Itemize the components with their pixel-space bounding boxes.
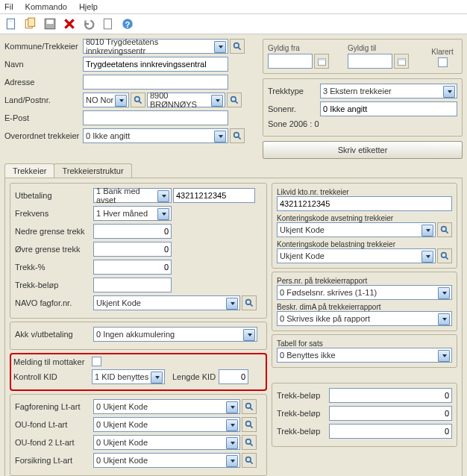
svg-point-31: [441, 226, 446, 231]
new-icon[interactable]: [4, 17, 18, 31]
fag-select[interactable]: 0 Ukjent Kode: [93, 399, 240, 414]
tab-struktur[interactable]: Trekkeierstruktur: [54, 163, 131, 178]
svg-text:?: ?: [125, 20, 131, 29]
utb-select[interactable]: 1 Bank med avset: [93, 188, 172, 203]
utb-num[interactable]: [173, 188, 255, 203]
akk-label: Akk v/utbetaling: [15, 330, 93, 339]
ou-search[interactable]: [242, 417, 257, 432]
belop-input[interactable]: [93, 278, 172, 292]
ou2-search[interactable]: [242, 435, 257, 450]
ou-label: OU-fond Lt-art: [15, 420, 93, 429]
kommune-search[interactable]: [230, 39, 245, 54]
help-icon[interactable]: ?: [121, 17, 134, 31]
lengde-input[interactable]: [219, 369, 248, 384]
adresse-label: Adresse: [4, 78, 83, 87]
klarert-checkbox[interactable]: [438, 57, 448, 67]
trekktype-select[interactable]: 3 Ekstern trekkeier: [320, 84, 457, 98]
ovre-input[interactable]: [93, 242, 172, 257]
undo-icon[interactable]: [82, 17, 95, 31]
postnr-select[interactable]: 8900 BRØNNØYS: [147, 93, 225, 107]
payment-fieldset: Utbetaling1 Bank med avset Frekvens1 Hve…: [10, 183, 267, 319]
nedre-input[interactable]: [93, 224, 172, 239]
svg-line-12: [139, 101, 141, 103]
ovre-label: Øvre grense trekk: [15, 245, 93, 254]
sats-fieldset: Tabell for sats 0 Benyttes ikke: [272, 334, 457, 368]
copy-icon[interactable]: [24, 17, 37, 31]
trekktype-panel: Trekktype 3 Ekstern trekkeier Sonenr. So…: [263, 78, 463, 137]
kontroll-select[interactable]: 1 KID benyttes: [92, 369, 165, 384]
epost-input[interactable]: [83, 110, 228, 125]
beskr-select[interactable]: 0 Skrives ikke på rapport: [277, 311, 452, 326]
svg-line-30: [250, 461, 252, 463]
likvid-input[interactable]: [277, 196, 452, 211]
kbel-select[interactable]: Ukjent Kode: [277, 248, 436, 263]
trekk1-input[interactable]: [329, 388, 452, 403]
svg-line-34: [445, 257, 448, 259]
ou2-label: OU-fond 2 Lt-art: [15, 438, 93, 447]
kbel-search[interactable]: [437, 248, 452, 263]
svg-point-13: [231, 96, 236, 101]
fors-label: Forsikring Lt-art: [15, 456, 93, 465]
kavs-search[interactable]: [437, 222, 452, 237]
tab-body: Utbetaling1 Bank med avset Frekvens1 Hve…: [4, 178, 463, 476]
overordnet-select[interactable]: 0 Ikke angitt: [83, 128, 228, 143]
lengde-label: Lengde KID: [172, 372, 216, 381]
svg-rect-6: [104, 19, 111, 29]
likvid-fieldset: Likvid kto.nr. trekkeier Konteringskode …: [272, 183, 457, 269]
pct-input[interactable]: [93, 260, 172, 275]
klarert-label: Klarert: [427, 48, 457, 56]
adresse-input[interactable]: [83, 75, 228, 90]
land-search[interactable]: [131, 93, 145, 107]
date-panel: Gyldig fra Gyldig til Klarert: [263, 39, 463, 74]
ou2-select[interactable]: 0 Ukjent Kode: [93, 435, 240, 450]
svg-line-24: [250, 407, 252, 410]
frek-select[interactable]: 1 Hver måned: [93, 206, 172, 221]
svg-line-32: [445, 231, 448, 233]
sone2006-text: Sone 2006 : 0: [268, 119, 319, 128]
melding-checkbox[interactable]: [92, 357, 101, 366]
menu-hjelp[interactable]: Hjelp: [79, 2, 98, 11]
kavs-select[interactable]: Ukjent Kode: [277, 222, 436, 237]
sonenr-input[interactable]: [320, 101, 457, 116]
svg-rect-18: [318, 58, 325, 60]
gyldigfra-cal[interactable]: [314, 54, 329, 69]
tabell-select[interactable]: 0 Benyttes ikke: [277, 348, 452, 363]
trekk2-label: Trekk-beløp: [277, 409, 329, 418]
gyldigtil-input[interactable]: [348, 54, 392, 69]
navo-label: NAVO fagfor.nr.: [15, 298, 93, 307]
save-icon[interactable]: [43, 17, 57, 31]
trekk2-input[interactable]: [329, 406, 452, 421]
menu-kommando[interactable]: Kommando: [25, 2, 67, 11]
gyldigfra-input[interactable]: [268, 54, 313, 69]
svg-point-25: [245, 421, 251, 426]
tab-trekkeier[interactable]: Trekkeier: [4, 163, 54, 178]
fors-search[interactable]: [242, 453, 257, 468]
overordnet-search[interactable]: [230, 128, 245, 143]
akk-select[interactable]: 0 Ingen akkumulering: [93, 327, 257, 342]
pers-select[interactable]: 0 Fødselsnr. skrives (1-11): [277, 285, 452, 300]
svg-rect-5: [47, 19, 54, 24]
land-select[interactable]: NO Nor: [83, 93, 129, 107]
delete-icon[interactable]: [63, 17, 76, 31]
fag-search[interactable]: [242, 399, 257, 414]
navn-input[interactable]: [83, 57, 228, 72]
navo-select[interactable]: Ukjent Kode: [93, 295, 240, 310]
postnr-search[interactable]: [227, 93, 242, 107]
ou-select[interactable]: 0 Ukjent Kode: [93, 417, 240, 432]
navn-label: Navn: [4, 60, 83, 69]
svg-point-29: [245, 457, 251, 462]
page-icon[interactable]: [101, 17, 115, 31]
svg-line-26: [250, 425, 252, 428]
kommune-select[interactable]: 8010 Trygdeetatens innkrevingssentr: [83, 39, 228, 54]
gyldigtil-cal[interactable]: [394, 54, 409, 69]
svg-line-28: [250, 443, 252, 445]
akk-fieldset: Akk v/utbetaling0 Ingen akkumulering: [10, 322, 267, 350]
navo-search[interactable]: [242, 295, 257, 310]
kavs-label: Konteringskode avsetning trekkeier: [277, 214, 452, 222]
skriv-button[interactable]: Skriv etiketter: [263, 141, 463, 159]
menu-fil[interactable]: Fil: [4, 2, 13, 11]
svg-point-27: [245, 439, 251, 444]
svg-point-11: [134, 96, 140, 101]
fors-select[interactable]: 0 Ukjent Kode: [93, 453, 240, 468]
trekk3-input[interactable]: [329, 424, 452, 439]
